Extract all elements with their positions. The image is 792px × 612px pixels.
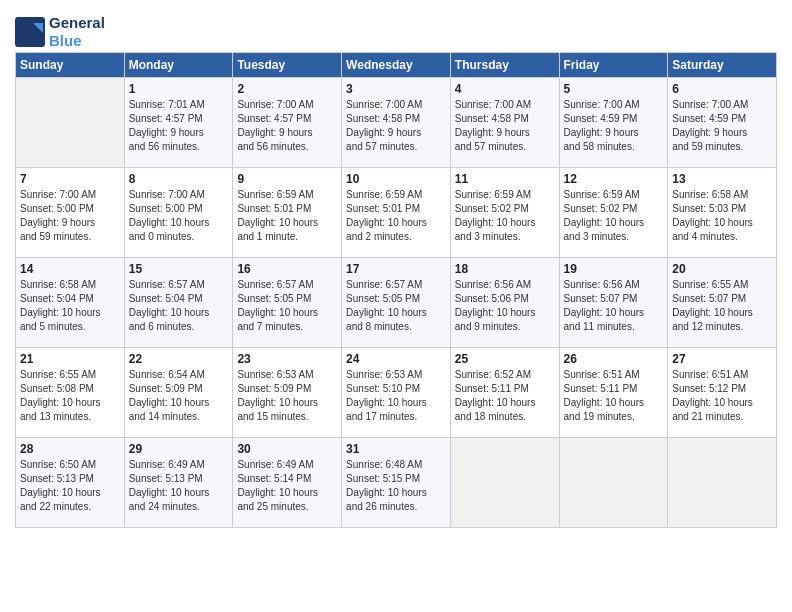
calendar-cell <box>559 438 668 528</box>
day-number: 22 <box>129 352 229 366</box>
header-sunday: Sunday <box>16 53 125 78</box>
calendar-cell: 5Sunrise: 7:00 AM Sunset: 4:59 PM Daylig… <box>559 78 668 168</box>
calendar-cell: 20Sunrise: 6:55 AM Sunset: 5:07 PM Dayli… <box>668 258 777 348</box>
header-saturday: Saturday <box>668 53 777 78</box>
day-info: Sunrise: 7:00 AM Sunset: 4:57 PM Dayligh… <box>237 98 337 154</box>
calendar-cell: 19Sunrise: 6:56 AM Sunset: 5:07 PM Dayli… <box>559 258 668 348</box>
calendar-cell: 21Sunrise: 6:55 AM Sunset: 5:08 PM Dayli… <box>16 348 125 438</box>
header-wednesday: Wednesday <box>342 53 451 78</box>
day-number: 18 <box>455 262 555 276</box>
day-number: 30 <box>237 442 337 456</box>
calendar-cell: 13Sunrise: 6:58 AM Sunset: 5:03 PM Dayli… <box>668 168 777 258</box>
calendar-cell: 22Sunrise: 6:54 AM Sunset: 5:09 PM Dayli… <box>124 348 233 438</box>
calendar-cell: 11Sunrise: 6:59 AM Sunset: 5:02 PM Dayli… <box>450 168 559 258</box>
calendar-cell: 1Sunrise: 7:01 AM Sunset: 4:57 PM Daylig… <box>124 78 233 168</box>
calendar-cell: 24Sunrise: 6:53 AM Sunset: 5:10 PM Dayli… <box>342 348 451 438</box>
day-number: 20 <box>672 262 772 276</box>
day-number: 21 <box>20 352 120 366</box>
calendar-cell: 15Sunrise: 6:57 AM Sunset: 5:04 PM Dayli… <box>124 258 233 348</box>
day-info: Sunrise: 6:59 AM Sunset: 5:02 PM Dayligh… <box>455 188 555 244</box>
day-info: Sunrise: 6:51 AM Sunset: 5:12 PM Dayligh… <box>672 368 772 424</box>
day-number: 25 <box>455 352 555 366</box>
calendar-cell: 30Sunrise: 6:49 AM Sunset: 5:14 PM Dayli… <box>233 438 342 528</box>
calendar-cell <box>450 438 559 528</box>
header-monday: Monday <box>124 53 233 78</box>
day-info: Sunrise: 7:00 AM Sunset: 5:00 PM Dayligh… <box>20 188 120 244</box>
day-info: Sunrise: 7:00 AM Sunset: 5:00 PM Dayligh… <box>129 188 229 244</box>
day-info: Sunrise: 6:59 AM Sunset: 5:02 PM Dayligh… <box>564 188 664 244</box>
day-number: 17 <box>346 262 446 276</box>
week-row-3: 14Sunrise: 6:58 AM Sunset: 5:04 PM Dayli… <box>16 258 777 348</box>
calendar-cell: 27Sunrise: 6:51 AM Sunset: 5:12 PM Dayli… <box>668 348 777 438</box>
day-info: Sunrise: 6:56 AM Sunset: 5:07 PM Dayligh… <box>564 278 664 334</box>
calendar-cell: 16Sunrise: 6:57 AM Sunset: 5:05 PM Dayli… <box>233 258 342 348</box>
week-row-4: 21Sunrise: 6:55 AM Sunset: 5:08 PM Dayli… <box>16 348 777 438</box>
day-info: Sunrise: 6:57 AM Sunset: 5:04 PM Dayligh… <box>129 278 229 334</box>
day-info: Sunrise: 6:53 AM Sunset: 5:09 PM Dayligh… <box>237 368 337 424</box>
day-number: 31 <box>346 442 446 456</box>
calendar-cell: 23Sunrise: 6:53 AM Sunset: 5:09 PM Dayli… <box>233 348 342 438</box>
day-info: Sunrise: 6:55 AM Sunset: 5:08 PM Dayligh… <box>20 368 120 424</box>
svg-rect-0 <box>15 17 45 47</box>
calendar-cell: 9Sunrise: 6:59 AM Sunset: 5:01 PM Daylig… <box>233 168 342 258</box>
day-info: Sunrise: 6:59 AM Sunset: 5:01 PM Dayligh… <box>346 188 446 244</box>
header-friday: Friday <box>559 53 668 78</box>
calendar-cell: 12Sunrise: 6:59 AM Sunset: 5:02 PM Dayli… <box>559 168 668 258</box>
day-number: 8 <box>129 172 229 186</box>
day-info: Sunrise: 6:53 AM Sunset: 5:10 PM Dayligh… <box>346 368 446 424</box>
week-row-1: 1Sunrise: 7:01 AM Sunset: 4:57 PM Daylig… <box>16 78 777 168</box>
calendar-cell: 10Sunrise: 6:59 AM Sunset: 5:01 PM Dayli… <box>342 168 451 258</box>
calendar-cell <box>668 438 777 528</box>
day-number: 26 <box>564 352 664 366</box>
day-info: Sunrise: 6:57 AM Sunset: 5:05 PM Dayligh… <box>237 278 337 334</box>
calendar-cell: 14Sunrise: 6:58 AM Sunset: 5:04 PM Dayli… <box>16 258 125 348</box>
calendar-cell: 28Sunrise: 6:50 AM Sunset: 5:13 PM Dayli… <box>16 438 125 528</box>
day-info: Sunrise: 6:52 AM Sunset: 5:11 PM Dayligh… <box>455 368 555 424</box>
logo-general: General <box>49 14 105 31</box>
calendar-cell: 4Sunrise: 7:00 AM Sunset: 4:58 PM Daylig… <box>450 78 559 168</box>
day-info: Sunrise: 6:51 AM Sunset: 5:11 PM Dayligh… <box>564 368 664 424</box>
day-number: 9 <box>237 172 337 186</box>
week-row-5: 28Sunrise: 6:50 AM Sunset: 5:13 PM Dayli… <box>16 438 777 528</box>
day-number: 3 <box>346 82 446 96</box>
day-info: Sunrise: 6:59 AM Sunset: 5:01 PM Dayligh… <box>237 188 337 244</box>
calendar-cell <box>16 78 125 168</box>
calendar-cell: 17Sunrise: 6:57 AM Sunset: 5:05 PM Dayli… <box>342 258 451 348</box>
day-number: 4 <box>455 82 555 96</box>
day-number: 15 <box>129 262 229 276</box>
day-info: Sunrise: 6:57 AM Sunset: 5:05 PM Dayligh… <box>346 278 446 334</box>
header-thursday: Thursday <box>450 53 559 78</box>
header-tuesday: Tuesday <box>233 53 342 78</box>
calendar-cell: 18Sunrise: 6:56 AM Sunset: 5:06 PM Dayli… <box>450 258 559 348</box>
day-info: Sunrise: 6:55 AM Sunset: 5:07 PM Dayligh… <box>672 278 772 334</box>
day-number: 10 <box>346 172 446 186</box>
calendar-cell: 8Sunrise: 7:00 AM Sunset: 5:00 PM Daylig… <box>124 168 233 258</box>
day-info: Sunrise: 7:00 AM Sunset: 4:59 PM Dayligh… <box>672 98 772 154</box>
calendar-cell: 31Sunrise: 6:48 AM Sunset: 5:15 PM Dayli… <box>342 438 451 528</box>
calendar-cell: 29Sunrise: 6:49 AM Sunset: 5:13 PM Dayli… <box>124 438 233 528</box>
day-info: Sunrise: 6:50 AM Sunset: 5:13 PM Dayligh… <box>20 458 120 514</box>
day-info: Sunrise: 7:00 AM Sunset: 4:58 PM Dayligh… <box>346 98 446 154</box>
logo-blue: Blue <box>49 32 82 49</box>
day-info: Sunrise: 6:49 AM Sunset: 5:14 PM Dayligh… <box>237 458 337 514</box>
day-info: Sunrise: 7:00 AM Sunset: 4:59 PM Dayligh… <box>564 98 664 154</box>
day-number: 11 <box>455 172 555 186</box>
day-number: 29 <box>129 442 229 456</box>
day-info: Sunrise: 7:00 AM Sunset: 4:58 PM Dayligh… <box>455 98 555 154</box>
calendar-cell: 3Sunrise: 7:00 AM Sunset: 4:58 PM Daylig… <box>342 78 451 168</box>
day-number: 1 <box>129 82 229 96</box>
day-number: 28 <box>20 442 120 456</box>
day-number: 7 <box>20 172 120 186</box>
page-container: General Blue SundayMondayTuesdayWednesda… <box>15 10 777 528</box>
day-info: Sunrise: 6:56 AM Sunset: 5:06 PM Dayligh… <box>455 278 555 334</box>
day-number: 6 <box>672 82 772 96</box>
day-number: 24 <box>346 352 446 366</box>
day-number: 27 <box>672 352 772 366</box>
day-info: Sunrise: 6:58 AM Sunset: 5:03 PM Dayligh… <box>672 188 772 244</box>
logo-icon <box>15 17 45 47</box>
day-info: Sunrise: 7:01 AM Sunset: 4:57 PM Dayligh… <box>129 98 229 154</box>
day-number: 19 <box>564 262 664 276</box>
calendar-table: SundayMondayTuesdayWednesdayThursdayFrid… <box>15 52 777 528</box>
week-row-2: 7Sunrise: 7:00 AM Sunset: 5:00 PM Daylig… <box>16 168 777 258</box>
day-number: 14 <box>20 262 120 276</box>
